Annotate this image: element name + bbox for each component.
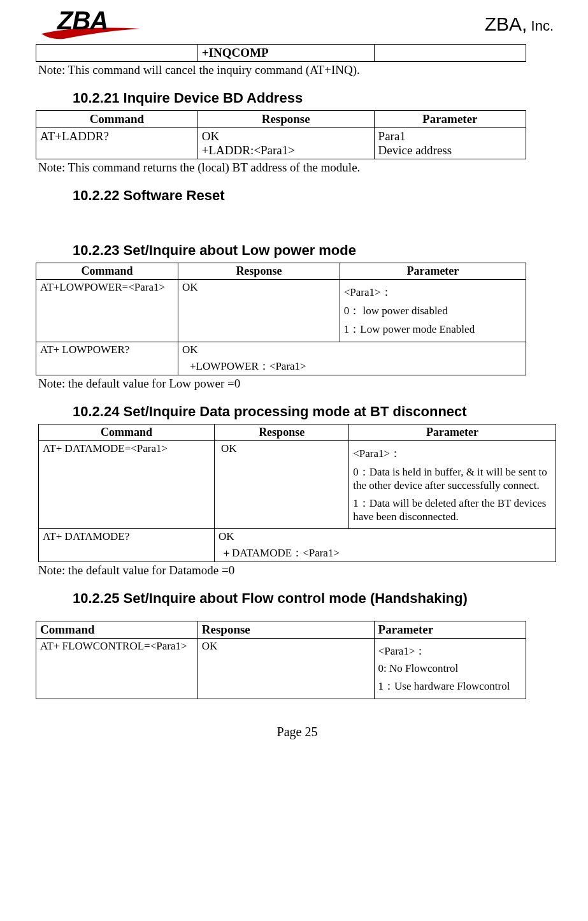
col-parameter: Parameter [349,424,556,441]
table-header-row: Command Response Parameter [36,111,526,128]
param-line3: 1：Low power mode Enabled [344,322,522,337]
col-response: Response [215,424,349,441]
param-line1: Para1 [378,129,522,143]
col-command: Command [36,621,198,639]
cell-empty [36,45,198,62]
section-22-title: 10.2.22 Software Reset [73,187,556,204]
table-row: AT+ DATAMODE=<Para1> OK <Para1>： 0：Data … [39,441,556,529]
table-row: AT+ FLOWCONTROL=<Para1> OK <Para1>： 0: N… [36,639,526,699]
note-21: Note: This command returns the (local) B… [38,161,556,175]
resp-line2: +LOWPOWER：<Para1> [190,359,522,373]
col-parameter: Parameter [374,111,526,128]
cell-command: AT+LADDR? [36,128,198,159]
param-line2: 0: No Flowcontrol [378,662,522,675]
cell-command: AT+ FLOWCONTROL=<Para1> [36,639,198,699]
cell-response: OK +LADDR:<Para1> [197,128,374,159]
section-24-title: 10.2.24 Set/Inquire Data processing mode… [73,403,556,420]
col-parameter: Parameter [340,263,526,280]
cell-parameter: Para1 Device address [374,128,526,159]
table-row: +INQCOMP [36,45,526,62]
section-23-title: 10.2.23 Set/Inquire about Low power mode [73,242,556,259]
cell-response: OK [178,280,340,342]
section-21-table: Command Response Parameter AT+LADDR? OK … [36,110,526,159]
table-row: AT+LOWPOWER=<Para1> OK <Para1>： 0： low p… [36,280,526,342]
cell-command: AT+LOWPOWER=<Para1> [36,280,178,342]
section-21-title: 10.2.21 Inquire Device BD Address [73,90,556,106]
param-line1: <Para1>： [344,285,522,300]
table-row: AT+LADDR? OK +LADDR:<Para1> Para1 Device… [36,128,526,159]
resp-line1: OK [202,129,370,143]
col-parameter: Parameter [374,621,526,639]
cell-response: OK +LOWPOWER：<Para1> [178,342,526,375]
cell-response: OK ＋DATAMODE：<Para1> [215,529,556,562]
cell-command: AT+ DATAMODE? [39,529,215,562]
param-line2: 0：Data is held in buffer, & it will be s… [353,465,552,492]
resp-line2: +LADDR:<Para1> [202,143,370,157]
col-command: Command [36,263,178,280]
company-name: ZBA, Inc. [485,13,554,35]
cell-empty [374,45,526,62]
table-header-row: Command Response Parameter [36,263,526,280]
cell-response: OK [197,639,374,699]
section-24-table: Command Response Parameter AT+ DATAMODE=… [38,424,556,562]
zba-logo: ZBA [38,6,147,41]
cell-parameter: <Para1>： 0: No Flowcontrol 1：Use hardwar… [374,639,526,699]
col-command: Command [39,424,215,441]
col-response: Response [197,111,374,128]
param-line2: 0： low power disabled [344,303,522,318]
section-25-title: 10.2.25 Set/Inquire about Flow control m… [73,590,556,607]
top-fragment-table: +INQCOMP [36,44,526,62]
resp-line2: ＋DATAMODE：<Para1> [221,546,552,560]
param-line1: <Para1>： [378,644,522,658]
resp-line1: OK [182,344,522,356]
cell-command: AT+ LOWPOWER? [36,342,178,375]
param-line2: Device address [378,143,522,157]
note-top: Note: This command will cancel the inqui… [38,63,556,77]
table-header-row: Command Response Parameter [36,621,526,639]
cell-inqcomp: +INQCOMP [197,45,374,62]
cell-response: OK [215,441,349,529]
table-header-row: Command Response Parameter [39,424,556,441]
page-header: ZBA ZBA, Inc. [38,6,556,41]
company-suffix: Inc. [527,18,554,34]
page-number: Page 25 [38,725,556,739]
section-23-table: Command Response Parameter AT+LOWPOWER=<… [36,263,526,375]
param-line3: 1：Use hardware Flowcontrol [378,679,522,693]
resp-line1: OK [219,530,552,543]
logo-text: ZBA [57,6,108,35]
col-response: Response [178,263,340,280]
col-response: Response [197,621,374,639]
table-row: AT+ LOWPOWER? OK +LOWPOWER：<Para1> [36,342,526,375]
note-24: Note: the default value for Datamode =0 [38,563,556,577]
cell-parameter: <Para1>： 0：Data is held in buffer, & it … [349,441,556,529]
param-line3: 1：Data will be deleted after the BT devi… [353,496,552,523]
cell-command: AT+ DATAMODE=<Para1> [39,441,215,529]
col-command: Command [36,111,198,128]
section-25-table: Command Response Parameter AT+ FLOWCONTR… [36,621,526,699]
company-main: ZBA, [485,13,527,34]
table-row: AT+ DATAMODE? OK ＋DATAMODE：<Para1> [39,529,556,562]
cell-parameter: <Para1>： 0： low power disabled 1：Low pow… [340,280,526,342]
note-23: Note: the default value for Low power =0 [38,377,556,391]
param-line1: <Para1>： [353,446,552,461]
